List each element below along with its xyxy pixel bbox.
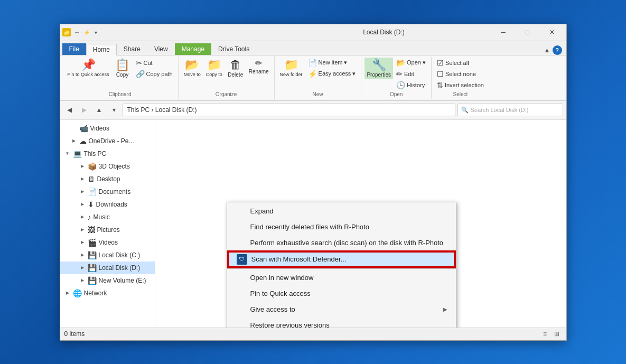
rphoto-find-icon [236,222,246,232]
sidebar-item-thispc[interactable]: ▼ 💻 This PC [60,147,155,160]
maximize-button[interactable]: □ [516,24,540,41]
minimize-button[interactable]: ─ [491,24,516,41]
view-details-button[interactable]: ≡ [540,329,550,339]
clipboard-content: 📌 Pin to Quick access 📋 Copy ✂ Cut [66,58,175,90]
sidebar-item-videos2[interactable]: ▶ 🎬 Videos [60,236,155,249]
sidebar-item-videos1[interactable]: 📹 Videos [60,122,155,135]
tab-file[interactable]: File [62,43,86,55]
expand-arrow [71,125,77,132]
tab-drive-tools[interactable]: Drive Tools [211,43,256,55]
context-menu: Expand Find recently deleted files with … [227,202,456,328]
sidebar-item-music[interactable]: ▶ ♪ Music [60,211,155,223]
pin-to-quick-access-button[interactable]: 📌 Pin to Quick access [66,58,111,79]
tab-manage[interactable]: Manage [175,43,211,55]
sidebar-item-desktop[interactable]: ▶ 🖥 Desktop [60,173,155,185]
sidebar-label-ld: Local Disk (D:) [99,264,141,272]
forward-button[interactable]: ▶ [78,104,91,116]
restore-icon [236,320,246,328]
sidebar-label-3d: 3D Objects [99,163,130,170]
copy-to-button[interactable]: 📁 Copy to [204,58,225,79]
recent-button[interactable]: ▾ [108,104,120,116]
ctx-expand-label: Expand [250,207,274,215]
videos-icon: 📹 [79,124,88,133]
ribbon-group-open: 🔧 Properties 📂 Open ▾ ✏ Edit [361,57,432,99]
title-bar-left: 📁 ─ ⚡ ▾ [62,28,277,36]
sidebar-item-pictures[interactable]: ▶ 🖼 Pictures [60,223,155,236]
sidebar-item-local-c[interactable]: ▶ 💾 Local Disk (C:) [60,249,155,262]
sidebar-label-pics: Pictures [97,226,120,234]
edit-button[interactable]: ✏ Edit [394,69,428,79]
ctx-expand[interactable]: Expand [227,203,456,219]
sidebar-label-dl: Downloads [96,201,127,208]
status-bar-right: ≡ ⊞ [540,329,562,339]
up-button[interactable]: ▲ [93,104,106,116]
easy-access-button[interactable]: ⚡ Easy access ▾ [306,69,358,79]
ctx-defender-scan[interactable]: 🛡 Scan with Microsoft Defender... [228,251,455,267]
explorer-window: 📁 ─ ⚡ ▾ Local Disk (D:) ─ □ ✕ File Home … [60,24,567,341]
expand-arrow-ne: ▶ [79,277,86,284]
new-item-button[interactable]: 📄 New item ▾ [306,58,358,68]
ctx-rphoto-find[interactable]: Find recently deleted files with R-Photo [227,219,456,235]
sidebar-item-onedrive[interactable]: ▶ ☁ OneDrive - Pe... [60,135,155,147]
close-button[interactable]: ✕ [540,24,564,41]
new-volume-icon: 💾 [88,276,97,285]
sidebar-label-desktop: Desktop [97,175,120,183]
ribbon: File Home Share View Manage Drive Tools … [60,41,566,101]
select-all-button[interactable]: ☑ Select all [435,58,486,68]
organize-content: 📂 Move to 📁 Copy to 🗑 Delete ✏ Rename [182,58,271,90]
help-btn[interactable]: ? [553,45,562,55]
nav-bar: ◀ ▶ ▲ ▾ This PC › Local Disk (D:) 🔍 Sear… [60,101,566,120]
view-tiles-button[interactable]: ⊞ [552,329,562,339]
folder-icon: 📁 [62,28,71,36]
ctx-open-new-window[interactable]: Open in new window [227,270,456,286]
invert-selection-button[interactable]: ⇅ Invert selection [435,80,486,90]
ribbon-collapse-btn[interactable]: ▲ [544,46,550,54]
tab-home[interactable]: Home [86,44,117,55]
status-bar: 0 items ≡ ⊞ [60,328,566,340]
network-icon: 🌐 [73,289,82,297]
open-content: 🔧 Properties 📂 Open ▾ ✏ Edit [365,58,428,90]
cut-button[interactable]: ✂ Cut [134,58,175,68]
sidebar-label-ne: New Volume (E:) [99,277,146,284]
tab-share[interactable]: Share [117,43,147,55]
move-to-button[interactable]: 📂 Move to [182,58,203,79]
properties-button[interactable]: 🔧 Properties [365,58,393,79]
ctx-pin-quick-access[interactable]: Pin to Quick access [227,286,456,302]
history-button[interactable]: 🕒 History [394,80,428,90]
search-bar[interactable]: 🔍 Search Local Disk (D:) [457,104,563,116]
select-none-button[interactable]: ☐ Select none [435,69,486,79]
sidebar-item-local-d[interactable]: ▶ 💾 Local Disk (D:) [60,262,155,274]
delete-button[interactable]: 🗑 Delete [226,58,246,79]
qa-btn-3[interactable]: ▾ [92,28,100,36]
ctx-rphoto-scan[interactable]: Perform exhaustive search (disc scan) on… [227,235,456,251]
expand-arrow-lc: ▶ [79,252,86,258]
sidebar-item-3dobjects[interactable]: ▶ 📦 3D Objects [60,160,155,173]
copy-button[interactable]: 📋 Copy [113,58,133,79]
sidebar-item-documents[interactable]: ▶ 📄 Documents [60,185,155,198]
copy-path-button[interactable]: 🔗 Copy path [134,69,175,79]
expand-arrow-ld: ▶ [79,265,86,271]
sidebar-item-new-volume-e[interactable]: ▶ 💾 New Volume (E:) [60,274,155,287]
copy-path-icon: 🔗 [136,70,145,78]
open-button[interactable]: 📂 Open ▾ [394,58,428,68]
tab-view[interactable]: View [147,43,175,55]
sidebar-item-label: Videos [90,125,109,132]
search-placeholder: Search Local Disk (D:) [471,107,529,113]
ctx-restore-label: Restore previous versions [250,321,330,328]
ctx-restore-versions[interactable]: Restore previous versions [227,318,456,328]
sidebar-item-downloads[interactable]: ▶ ⬇ Downloads [60,198,155,211]
ctx-give-access[interactable]: Give access to ▶ [227,302,456,318]
organize-label: Organize [216,90,237,98]
expand-arrow-pics: ▶ [79,227,86,233]
qa-btn-2[interactable]: ⚡ [82,28,91,36]
sidebar-item-label-onedrive: OneDrive - Pe... [89,137,134,145]
ctx-sep-1 [227,268,456,269]
rename-button[interactable]: ✏ Rename [247,58,271,76]
ctx-defender-label: Scan with Microsoft Defender... [251,255,347,263]
back-button[interactable]: ◀ [63,104,76,116]
new-folder-button[interactable]: 📁 New folder [278,58,305,79]
sidebar-item-network[interactable]: ▶ 🌐 Network [60,287,155,300]
sidebar-label-docs: Documents [99,188,131,195]
address-bar[interactable]: This PC › Local Disk (D:) [123,104,455,116]
qa-btn-1[interactable]: ─ [73,28,81,36]
